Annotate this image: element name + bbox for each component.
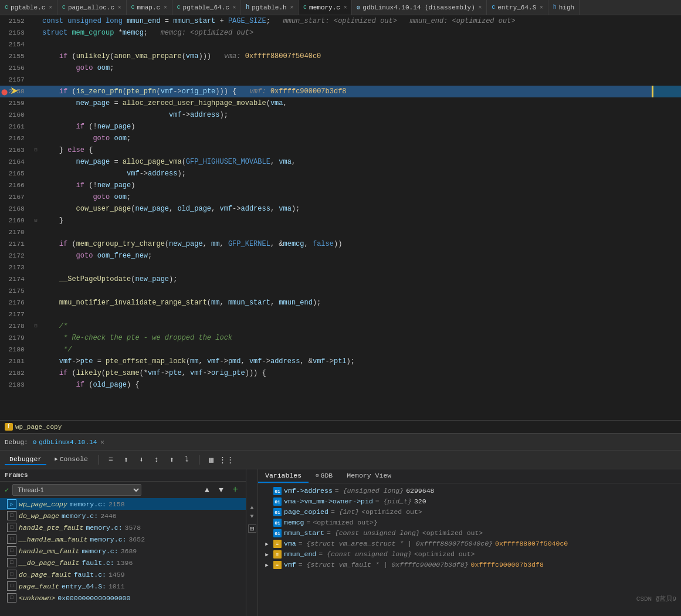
fold-icon-2178[interactable]: ⊟	[34, 320, 37, 332]
tab-close-btn4[interactable]: ✕	[233, 4, 236, 11]
tab-close-btn5[interactable]: ✕	[290, 4, 293, 11]
fold-icon-2169[interactable]: ⊟	[34, 215, 37, 226]
frame-item-3[interactable]: □ __handle_mm_fault memory.c: 3652	[0, 533, 246, 545]
tab-close-btn2[interactable]: ✕	[118, 4, 121, 11]
var-row-2: 01 page_copied = {int} <optimized out>	[258, 507, 681, 517]
line-num-2153: 2153	[0, 27, 32, 39]
toolbar-btn-run-cursor[interactable]: ⤵	[181, 454, 193, 466]
vars-tab-memory[interactable]: Memory View	[340, 469, 398, 483]
code-content-2178: /*	[40, 320, 681, 332]
var-expand-7[interactable]: ▶	[263, 562, 271, 568]
frame-item-5[interactable]: □ __do_page_fault fault.c: 1396	[0, 557, 246, 568]
tab-close-btn6[interactable]: ✕	[344, 4, 347, 11]
code-content-2162: goto oom;	[40, 133, 681, 144]
var-name-5: vma	[284, 540, 296, 547]
line-num-2180: 2180	[0, 344, 32, 356]
thread-up-btn[interactable]: ▲	[201, 484, 213, 496]
scroll-down-btn[interactable]: ▼	[250, 513, 253, 520]
frame-item-8[interactable]: □ <unknown> 0x0000000000000000	[0, 592, 246, 604]
code-line-2168: 2168 cow_user_page(new_page, old_page, v…	[0, 203, 681, 215]
tab-page-alloc-c[interactable]: c page_alloc.c ✕	[57, 0, 127, 15]
tab-mmap-c[interactable]: c mmap.c ✕	[127, 0, 172, 15]
toolbar-btn-table[interactable]: ▦	[205, 454, 217, 466]
frame-file-2: memory.c:	[86, 524, 122, 532]
code-content-2177	[40, 309, 681, 320]
code-line-2171: 2171 if (mem_cgroup_try_charge(new_page,…	[0, 238, 681, 250]
toolbar-btn-step-out[interactable]: ⬆	[120, 454, 132, 466]
tab-pgtable64-c[interactable]: c pgtable_64.c ✕	[172, 0, 242, 15]
line-num-2183: 2183	[0, 379, 32, 391]
frame-item-1[interactable]: □ do_wp_page memory.c: 2446	[0, 510, 246, 522]
toolbar-btn-continue[interactable]: ⬆	[166, 454, 178, 466]
frame-line-0: 2158	[109, 500, 125, 508]
var-row-6: ▶ ≡ mmun_end = {const unsigned long} <op…	[258, 549, 681, 560]
frame-fn-3: __handle_mm_fault	[19, 536, 87, 543]
tab-pgtable-c[interactable]: c pgtable.c ✕	[0, 0, 57, 15]
code-line-2163: 2163 ⊟ } else {	[0, 144, 681, 156]
tab-memory-c[interactable]: c memory.c ✕	[299, 0, 352, 15]
code-content-2183: if (old_page) {	[40, 379, 681, 391]
code-content-2153: struct mem_cgroup *memcg; memcg: <optimi…	[40, 27, 681, 39]
var-value-3: <optimized out>}	[313, 519, 377, 526]
frame-item-7[interactable]: □ page_fault entry_64.S: 1011	[0, 580, 246, 592]
tab-high[interactable]: h high	[548, 0, 580, 15]
var-name-3: memcg	[284, 519, 304, 526]
tab-close-btn7[interactable]: ✕	[479, 4, 482, 11]
var-row-5: ▶ ≡ vma = {struct vm_area_struct * | 0xf…	[258, 539, 681, 549]
frame-line-7: 1011	[109, 583, 125, 590]
var-icon-4: 01	[273, 529, 282, 537]
line-num-2178: 2178	[0, 320, 32, 332]
frame-item-0[interactable]: ▷ wp_page_copy memory.c: 2158	[0, 498, 246, 510]
frame-icon-8: □	[7, 593, 16, 603]
tab-close-btn8[interactable]: ✕	[540, 4, 543, 11]
frame-icon-0: ▷	[7, 499, 16, 509]
var-expand-6[interactable]: ▶	[263, 551, 271, 558]
code-content-2163: } else {	[40, 144, 681, 156]
frame-item-6[interactable]: □ do_page_fault fault.c: 1459	[0, 568, 246, 580]
var-expand-5[interactable]: ▶	[263, 541, 271, 547]
code-content-2173	[40, 262, 681, 273]
toolbar-btn-step-over[interactable]: ↕	[151, 454, 162, 466]
tab-close-btn[interactable]: ✕	[49, 4, 52, 11]
code-line-2183: 2183 if (old_page) {	[0, 379, 681, 391]
toolbar-btn-list[interactable]: ≡	[105, 454, 117, 466]
line-num-2154: 2154	[0, 39, 32, 50]
tab-console[interactable]: ▶Console	[50, 454, 93, 465]
code-line-2167: 2167 goto oom;	[0, 191, 681, 203]
copy-btn[interactable]: ⊞	[248, 524, 256, 533]
code-content-2152: const unsigned long mmun_end = mmun_star…	[40, 15, 681, 27]
tab-entry64-s[interactable]: c entry_64.S ✕	[487, 0, 548, 15]
line-num-2152: 2152	[0, 15, 32, 27]
code-line-2169: 2169 ⊟ }	[0, 215, 681, 226]
vars-tab-gdb[interactable]: ⚙GDB	[309, 469, 340, 483]
var-icon-0: 01	[273, 487, 282, 495]
frame-item-2[interactable]: □ handle_pte_fault memory.c: 3578	[0, 522, 246, 533]
debug-session-close[interactable]: ✕	[100, 438, 104, 446]
var-value-2: <optimized out>	[361, 508, 422, 516]
frame-item-4[interactable]: □ handle_mm_fault memory.c: 3689	[0, 545, 246, 557]
var-row-4: 01 mmun_start = {const unsigned long} <o…	[258, 528, 681, 539]
toolbar-sep-2	[199, 455, 199, 465]
line-num-2181: 2181	[0, 356, 32, 367]
line-num-2165: 2165	[0, 168, 32, 180]
var-type-0: = {unsigned long}	[335, 487, 404, 495]
scroll-up-btn[interactable]: ▲	[250, 505, 253, 511]
tab-icon-c5: c	[303, 4, 307, 11]
fold-icon-2163[interactable]: ⊟	[34, 144, 37, 156]
tab-gdb-disasm[interactable]: ⚙ gdbLinux4.10.14 (disassembly) ✕	[352, 0, 487, 15]
tab-pgtable-h[interactable]: h pgtable.h ✕	[241, 0, 299, 15]
line-num-2164: 2164	[0, 156, 32, 168]
line-num-2179: 2179	[0, 332, 32, 344]
var-type-3: =	[307, 519, 311, 526]
thread-down-btn[interactable]: ▼	[215, 484, 227, 496]
toolbar-btn-step-into[interactable]: ⬇	[135, 454, 147, 466]
toolbar-btn-columns[interactable]: ⋮⋮	[221, 454, 232, 466]
tab-close-btn3[interactable]: ✕	[164, 4, 167, 11]
tab-debugger[interactable]: Debugger	[5, 454, 46, 465]
thread-add-btn[interactable]: +	[229, 484, 241, 496]
vars-tab-variables[interactable]: Variables	[258, 469, 309, 483]
frame-file-0: memory.c:	[70, 500, 106, 508]
thread-select[interactable]: Thread-1	[12, 484, 141, 496]
var-row-7: ▶ ≡ vmf = {struct vm_fault * | 0xffffc90…	[258, 560, 681, 570]
line-num-2159: 2159	[0, 97, 32, 109]
